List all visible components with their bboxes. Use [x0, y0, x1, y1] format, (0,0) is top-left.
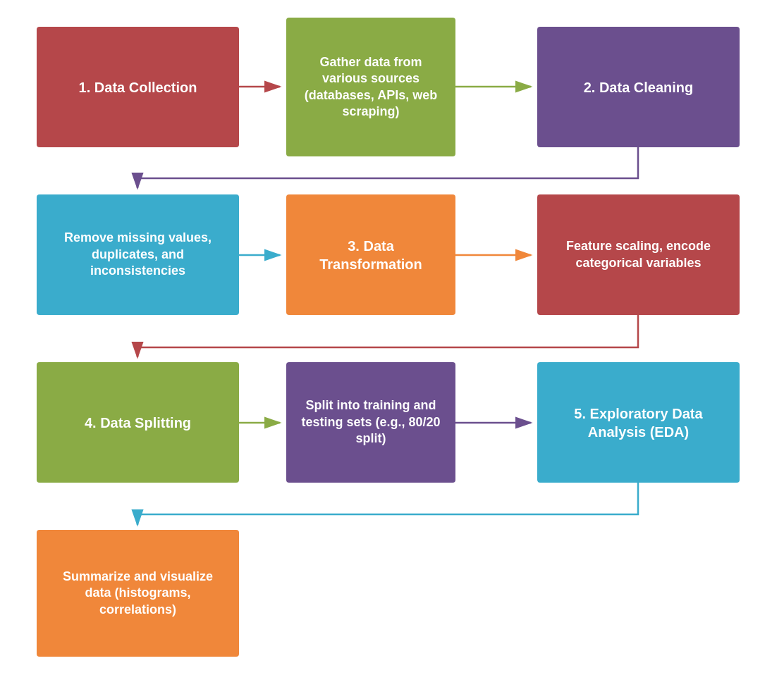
diagram: 1. Data Collection Gather data from vari…	[0, 0, 784, 675]
box-feature-scaling-label: Feature scaling, encode categorical vari…	[549, 238, 728, 271]
box-data-cleaning-label: 2. Data Cleaning	[584, 78, 694, 97]
box-remove-missing-label: Remove missing values, duplicates, and i…	[48, 230, 228, 279]
box-gather-data-label: Gather data from various sources (databa…	[298, 54, 444, 120]
box-gather-data: Gather data from various sources (databa…	[286, 18, 455, 156]
box-summarize: Summarize and visualize data (histograms…	[37, 530, 239, 657]
box-eda: 5. Exploratory Data Analysis (EDA)	[537, 362, 740, 483]
arrow-feature-to-4	[137, 315, 638, 357]
box-remove-missing: Remove missing values, duplicates, and i…	[37, 194, 239, 315]
box-data-splitting: 4. Data Splitting	[37, 362, 239, 483]
box-summarize-label: Summarize and visualize data (histograms…	[48, 569, 228, 618]
box-data-transformation: 3. Data Transformation	[286, 194, 455, 315]
box-data-transformation-label: 3. Data Transformation	[298, 237, 444, 273]
arrow-5-to-summarize	[137, 483, 638, 525]
box-data-collection: 1. Data Collection	[37, 27, 239, 147]
box-data-collection-label: 1. Data Collection	[79, 78, 197, 97]
box-data-cleaning: 2. Data Cleaning	[537, 27, 740, 147]
box-feature-scaling: Feature scaling, encode categorical vari…	[537, 194, 740, 315]
box-data-splitting-label: 4. Data Splitting	[85, 414, 191, 432]
box-split-sets-label: Split into training and testing sets (e.…	[298, 397, 444, 447]
box-split-sets: Split into training and testing sets (e.…	[286, 362, 455, 483]
box-eda-label: 5. Exploratory Data Analysis (EDA)	[549, 404, 728, 441]
